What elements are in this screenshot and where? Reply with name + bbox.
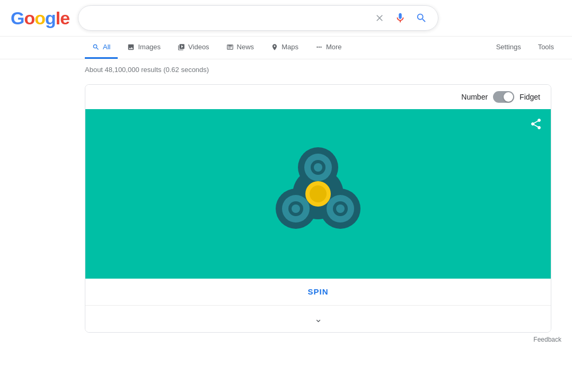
svg-point-12 [336,204,345,213]
clear-button[interactable] [372,11,387,25]
spin-label: SPIN [307,287,328,296]
svg-point-9 [292,204,300,213]
voice-search-button[interactable] [392,10,408,26]
settings-link[interactable]: Settings [489,37,529,59]
toggle-fidget-label: Fidget [520,93,540,101]
nav-item-more[interactable]: More [308,37,349,59]
svg-point-6 [314,163,322,172]
nav-item-images[interactable]: Images [120,37,168,59]
nav-item-all[interactable]: All [85,37,118,59]
nav-item-more-label: More [326,43,342,51]
share-icon [530,118,542,130]
nav-item-maps-label: Maps [281,43,298,51]
google-logo: Google [11,8,69,29]
mode-toggle[interactable] [493,91,514,103]
nav-bar: All Images Videos News Maps More Setting… [0,37,572,59]
settings-label: Settings [496,43,521,51]
search-bar: fidget spinner [78,5,438,31]
fidget-spinner-graphic [260,136,376,252]
results-count: About 48,100,000 results (0.62 seconds) [85,66,209,74]
search-icons [372,10,429,26]
nav-item-videos[interactable]: Videos [170,37,217,59]
spinner-area[interactable] [85,109,551,279]
nav-item-news[interactable]: News [219,37,262,59]
tools-link[interactable]: Tools [531,37,561,59]
header: Google fidget spinner [0,0,572,37]
chevron-bar[interactable]: ⌄ [85,306,551,332]
nav-item-news-label: News [237,43,254,51]
nav-item-all-label: All [103,43,110,51]
chevron-down-icon: ⌄ [314,314,322,324]
share-button[interactable] [530,118,542,132]
nav-right: Settings Tools [489,37,561,59]
tools-label: Tools [538,43,554,51]
bottom-label: Feedback [0,333,572,346]
nav-item-images-label: Images [138,43,161,51]
results-info: About 48,100,000 results (0.62 seconds) [0,59,572,80]
feedback-label: Feedback [533,336,561,343]
nav-item-maps[interactable]: Maps [263,37,306,59]
svg-point-14 [310,185,327,202]
spin-button[interactable]: SPIN [307,287,328,296]
search-button[interactable] [413,10,429,26]
fidget-spinner-widget: Number Fidget [85,84,551,333]
nav-item-videos-label: Videos [188,43,209,51]
widget-toggle-bar: Number Fidget [85,85,551,109]
spin-button-bar: SPIN [85,279,551,306]
toggle-number-label: Number [461,93,488,101]
search-input[interactable]: fidget spinner [87,13,367,23]
